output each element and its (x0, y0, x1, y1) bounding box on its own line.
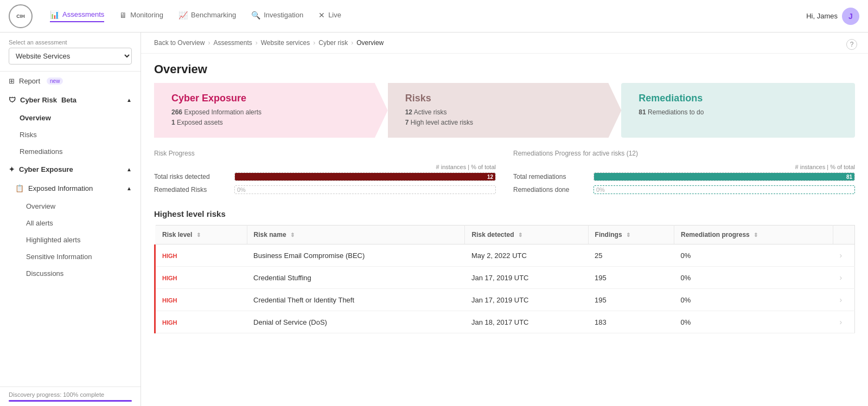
risk-total-row: Total risks detected 12 (154, 172, 496, 181)
sidebar-item-all-alerts[interactable]: All alerts (0, 215, 141, 231)
risk-detected-cell: Jan 17, 2019 UTC (465, 289, 588, 311)
risk-table-header: Risk level ⇕ Risk name ⇕ Risk detected ⇕ (155, 225, 855, 244)
risk-remediated-label: Remediated Risks (154, 186, 230, 194)
remediations-total-fill (594, 173, 854, 181)
col-remediation-progress[interactable]: Remediation progress ⇕ (674, 225, 833, 244)
nav-live[interactable]: ✕ Live (318, 11, 341, 22)
sidebar-item-risks[interactable]: Risks (0, 126, 141, 143)
discovery-progress-fill (9, 400, 132, 402)
progress-sections: Risk Progress # instances | % of total T… (141, 149, 868, 209)
breadcrumb-website-services[interactable]: Website services (261, 39, 310, 47)
remediations-card[interactable]: Remediations 81 Remediations to do (621, 83, 855, 138)
row-action-cell[interactable]: › (833, 267, 855, 289)
table-row[interactable]: HIGH Business Email Compromise (BEC) May… (155, 244, 855, 267)
risk-level-badge: HIGH (162, 319, 177, 326)
sidebar-item-discussions[interactable]: Discussions (0, 265, 141, 282)
app-logo: CIH (9, 4, 33, 28)
report-icon: ⊞ (9, 77, 15, 85)
sort-risk-detected: ⇕ (518, 232, 522, 238)
exposed-information-section: 📋 Exposed Information ▲ Overview All ale… (0, 179, 141, 282)
nav-benchmarking[interactable]: 📈 Benchmarking (178, 11, 236, 22)
sidebar-item-remediations[interactable]: Remediations (0, 143, 141, 160)
cyber-risk-chevron: ▲ (126, 97, 132, 103)
exposed-info-chevron: ▲ (126, 185, 132, 191)
assessments-icon: 📊 (50, 10, 59, 19)
help-icon[interactable]: ? (846, 39, 857, 50)
remediations-stat1: 81 Remediations to do (639, 107, 842, 118)
row-chevron: › (840, 273, 843, 282)
risk-name-cell: Denial of Service (DoS) (247, 311, 465, 333)
risk-name-cell: Business Email Compromise (BEC) (247, 244, 465, 267)
risk-total-fill (235, 173, 495, 181)
risk-detected-cell: Jan 18, 2017 UTC (465, 311, 588, 333)
row-chevron: › (840, 295, 843, 304)
col-risk-level[interactable]: Risk level ⇕ (155, 225, 247, 244)
nav-assessments[interactable]: 📊 Assessments (50, 10, 104, 22)
assessment-label: Select an assessment (9, 39, 132, 46)
risk-remediation-cell: 0% (674, 289, 833, 311)
exposed-info-header[interactable]: 📋 Exposed Information ▲ (0, 179, 141, 198)
back-to-overview[interactable]: Back to Overview (154, 39, 205, 47)
sidebar: Select an assessment Website Services ⊞ … (0, 33, 141, 406)
col-action (833, 225, 855, 244)
row-action-cell[interactable]: › (833, 289, 855, 311)
col-risk-name[interactable]: Risk name ⇕ (247, 225, 465, 244)
nav-investigation[interactable]: 🔍 Investigation (251, 11, 303, 22)
sidebar-item-report[interactable]: ⊞ Report new (0, 72, 141, 91)
sidebar-report-section: ⊞ Report new (0, 72, 141, 91)
cyber-risk-badge: Beta (61, 96, 76, 104)
row-action-cell[interactable]: › (833, 311, 855, 333)
risk-remediation-cell: 0% (674, 311, 833, 333)
risk-findings-cell: 195 (588, 289, 674, 311)
sidebar-item-sensitive-info[interactable]: Sensitive Information (0, 248, 141, 265)
sidebar-cyber-risk-header[interactable]: 🛡 Cyber Risk Beta ▲ (0, 91, 141, 109)
sidebar-cyber-exposure-header[interactable]: ✦ Cyber Exposure ▲ (0, 160, 141, 179)
highest-risks-section: Highest level risks Risk level ⇕ Risk na… (141, 209, 868, 344)
risk-detected-cell: May 2, 2022 UTC (465, 244, 588, 267)
risk-total-bar: 12 (234, 172, 496, 181)
risk-detected-cell: Jan 17, 2019 UTC (465, 267, 588, 289)
risks-stat1: 12 Active risks (405, 107, 609, 118)
remediations-total-bar: 81 (593, 172, 855, 181)
breadcrumb-cyber-risk[interactable]: Cyber risk (318, 39, 348, 47)
col-risk-detected[interactable]: Risk detected ⇕ (465, 225, 588, 244)
sidebar-item-overview[interactable]: Overview (0, 109, 141, 126)
risks-card[interactable]: Risks 12 Active risks 7 High level activ… (388, 83, 622, 138)
risk-remediation-cell: 0% (674, 244, 833, 267)
col-findings[interactable]: Findings ⇕ (588, 225, 674, 244)
sort-findings: ⇕ (626, 232, 630, 238)
remediations-progress-block: Remediations Progress for active risks (… (513, 149, 855, 198)
cyber-risk-icon: 🛡 (9, 96, 16, 104)
row-action-cell[interactable]: › (833, 244, 855, 267)
cyber-exposure-title: Cyber Exposure (171, 93, 375, 104)
risk-progress-block: Risk Progress # instances | % of total T… (154, 149, 496, 198)
nav-monitoring[interactable]: 🖥 Monitoring (119, 11, 163, 22)
sidebar-item-exposed-overview[interactable]: Overview (0, 198, 141, 215)
table-row[interactable]: HIGH Credential Stuffing Jan 17, 2019 UT… (155, 267, 855, 289)
risks-title: Risks (405, 93, 609, 104)
table-row[interactable]: HIGH Credential Theft or Identity Theft … (155, 289, 855, 311)
risk-name-cell: Credential Stuffing (247, 267, 465, 289)
risk-level-badge: HIGH (162, 297, 177, 304)
highest-risks-title: Highest level risks (154, 209, 855, 218)
cyber-exposure-stat1: 266 Exposed Information alerts (171, 107, 375, 118)
nav-items: 📊 Assessments 🖥 Monitoring 📈 Benchmarkin… (50, 10, 789, 22)
assessment-select[interactable]: Website Services (9, 48, 132, 65)
risk-name-cell: Credential Theft or Identity Theft (247, 289, 465, 311)
remediations-total-row: Total remediations 81 (513, 172, 855, 181)
sort-remediation: ⇕ (754, 232, 758, 238)
risk-level-badge: HIGH (162, 253, 177, 259)
cyber-exposure-card[interactable]: Cyber Exposure 266 Exposed Information a… (154, 83, 388, 138)
risk-remediated-row: Remediated Risks 0% (154, 185, 496, 194)
sidebar-item-highlighted-alerts[interactable]: Highlighted alerts (0, 231, 141, 248)
exposed-info-icon: 📋 (15, 184, 24, 192)
user-area: Hi, James J (806, 8, 859, 25)
risk-table-body: HIGH Business Email Compromise (BEC) May… (155, 244, 855, 333)
main-content: Back to Overview › Assessments › Website… (141, 33, 868, 406)
row-chevron: › (840, 251, 843, 260)
breadcrumb-assessments[interactable]: Assessments (213, 39, 252, 47)
risk-progress-meta: # instances | % of total (154, 164, 496, 170)
table-row[interactable]: HIGH Denial of Service (DoS) Jan 18, 201… (155, 311, 855, 333)
row-chevron: › (840, 318, 843, 326)
user-avatar[interactable]: J (842, 8, 859, 25)
